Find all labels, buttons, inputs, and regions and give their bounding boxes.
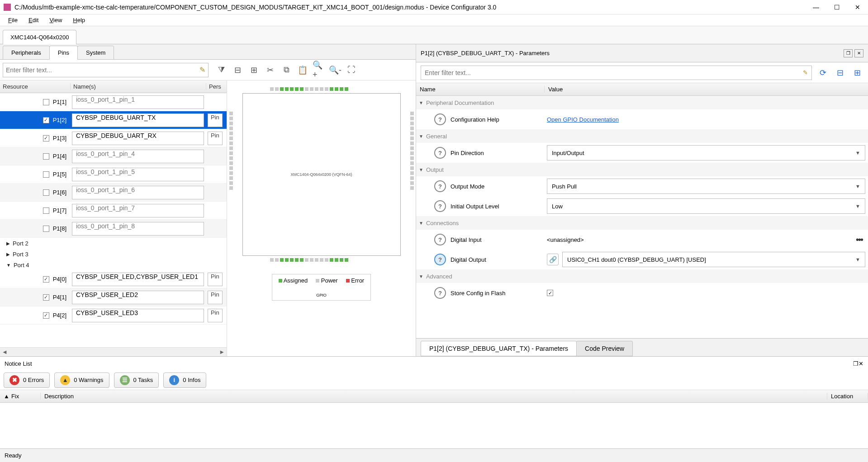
refresh-icon[interactable]: ⟳ [816, 66, 829, 79]
h-scrollbar[interactable]: ◄► [0, 347, 227, 356]
pin-name-input[interactable]: ioss_0_port_1_pin_8 [72, 222, 204, 236]
personality-button[interactable]: Pin [208, 309, 223, 322]
resource-body[interactable]: P1[1]ioss_0_port_1_pin_1✓P1[2]CYBSP_DEBU… [0, 93, 227, 347]
pin-row[interactable]: ✓P4[0]CYBSP_USER_LED,CYBSP_USER_LED1Pin [0, 270, 227, 288]
help-icon[interactable]: ? [434, 200, 446, 212]
pin-enable-checkbox[interactable]: ✓ [43, 135, 49, 141]
device-tab[interactable]: XMC1404-Q064x0200 [3, 30, 76, 44]
help-icon[interactable]: ? [434, 234, 446, 245]
personality-button[interactable]: Pin [208, 273, 223, 286]
restore-pane-icon[interactable]: ❐ [844, 49, 853, 57]
pin-enable-checkbox[interactable] [43, 171, 49, 178]
restore-notice-icon[interactable]: ❐ [853, 360, 859, 367]
param-hdr-value[interactable]: Value [544, 86, 868, 93]
copy-icon[interactable]: ⧉ [280, 64, 293, 76]
minimize-button[interactable]: — [806, 0, 826, 14]
notice-list-area[interactable] [0, 403, 868, 448]
cut-icon[interactable]: ✂ [264, 64, 276, 76]
pin-row[interactable]: P1[8]ioss_0_port_1_pin_8 [0, 220, 227, 238]
pin-enable-checkbox[interactable] [43, 189, 49, 196]
pin-name-input[interactable]: ioss_0_port_1_pin_6 [72, 186, 204, 199]
maximize-button[interactable]: ☐ [826, 0, 847, 14]
pin-name-input[interactable]: ioss_0_port_1_pin_7 [72, 204, 204, 217]
tab-code-preview[interactable]: Code Preview [576, 341, 633, 356]
pin-row[interactable]: P1[4]ioss_0_port_1_pin_4 [0, 147, 227, 165]
group-output[interactable]: ▼Output [416, 163, 868, 176]
menu-edit[interactable]: Edit [24, 16, 43, 24]
pin-row[interactable]: P1[5]ioss_0_port_1_pin_5 [0, 165, 227, 184]
pin-enable-checkbox[interactable] [43, 207, 49, 214]
pin-name-input[interactable]: CYBSP_DEBUG_UART_TX [72, 113, 204, 127]
expand-all-icon[interactable]: ⊞ [247, 64, 260, 76]
output-mode-combo[interactable]: Push Pull▼ [547, 179, 865, 194]
close-notice-icon[interactable]: ✕ [859, 360, 863, 367]
personality-button[interactable]: Pin [208, 113, 223, 127]
zoom-out-icon[interactable]: 🔍- [329, 64, 342, 76]
open-gpio-doc-link[interactable]: Open GPIO Documentation [547, 116, 619, 123]
warnings-button[interactable]: ▲0 Warnings [54, 372, 109, 388]
clear-right-filter-icon[interactable]: ✎ [803, 69, 808, 76]
filter-icon[interactable]: ⧩ [215, 64, 228, 76]
right-filter-input[interactable] [425, 69, 803, 76]
tab-peripherals[interactable]: Peripherals [3, 46, 50, 60]
col-fix[interactable]: ▲Fix [0, 393, 41, 400]
pin-enable-checkbox[interactable] [43, 99, 49, 105]
pin-enable-checkbox[interactable]: ✓ [43, 294, 49, 301]
group-documentation[interactable]: ▼Peripheral Documentation [416, 96, 868, 109]
clear-filter-icon[interactable]: ✎ [199, 66, 205, 74]
digital-output-combo[interactable]: USIC0_CH1 dout0 (CYBSP_DEBUG_UART) [USED… [562, 252, 865, 267]
pin-row[interactable]: P1[1]ioss_0_port_1_pin_1 [0, 93, 227, 111]
group-connections[interactable]: ▼Connections [416, 216, 868, 230]
group-advanced[interactable]: ▼Advanced [416, 269, 868, 283]
menu-help[interactable]: Help [68, 16, 90, 24]
pin-row[interactable]: P1[7]ioss_0_port_1_pin_7 [0, 202, 227, 220]
zoom-in-icon[interactable]: 🔍+ [313, 64, 325, 76]
expand-params-icon[interactable]: ⊞ [851, 66, 863, 79]
help-icon[interactable]: ? [434, 254, 446, 265]
pin-row[interactable]: P1[6]ioss_0_port_1_pin_6 [0, 184, 227, 202]
group-general[interactable]: ▼General [416, 129, 868, 143]
left-filter-input-wrap[interactable]: ✎ [3, 63, 209, 77]
help-icon[interactable]: ? [434, 113, 446, 125]
port-group[interactable]: ▼Port 4 [0, 259, 227, 270]
pin-name-input[interactable]: ioss_0_port_1_pin_4 [72, 150, 204, 163]
collapse-all-icon[interactable]: ⊟ [231, 64, 244, 76]
close-pane-icon[interactable]: ✕ [854, 49, 863, 57]
help-icon[interactable]: ? [434, 147, 446, 159]
help-icon[interactable]: ? [434, 180, 446, 192]
tab-parameters-bottom[interactable]: P1[2] (CYBSP_DEBUG_UART_TX) - Parameters [421, 341, 577, 356]
paste-icon[interactable]: 📋 [296, 64, 309, 76]
personality-button[interactable]: Pin [208, 132, 223, 145]
hdr-personality[interactable]: Pers [206, 83, 227, 90]
menu-file[interactable]: File [4, 16, 22, 24]
right-filter-input-wrap[interactable]: ✎ [421, 66, 812, 80]
store-config-checkbox[interactable]: ✓ [547, 290, 553, 296]
package-drawing[interactable]: XMC1404-Q064x0200 (VQFN-64) [242, 93, 401, 256]
pin-row[interactable]: ✓P1[2]CYBSP_DEBUG_UART_TXPin [0, 111, 227, 129]
pin-enable-checkbox[interactable]: ✓ [43, 276, 49, 283]
col-description[interactable]: Description [41, 393, 827, 400]
left-filter-input[interactable] [6, 66, 199, 74]
digital-input-value[interactable]: <unassigned> [547, 236, 852, 243]
pin-name-input[interactable]: CYBSP_USER_LED,CYBSP_USER_LED1 [72, 273, 204, 286]
pin-name-input[interactable]: ioss_0_port_1_pin_5 [72, 168, 204, 181]
close-button[interactable]: ✕ [847, 0, 868, 14]
help-icon[interactable]: ? [434, 287, 446, 299]
pin-row[interactable]: ✓P4[2]CYBSP_USER_LED3Pin [0, 306, 227, 325]
tab-pins[interactable]: Pins [49, 46, 78, 60]
pin-name-input[interactable]: ioss_0_port_1_pin_1 [72, 95, 204, 109]
pin-enable-checkbox[interactable] [43, 153, 49, 160]
pin-enable-checkbox[interactable]: ✓ [43, 312, 49, 319]
pin-name-input[interactable]: CYBSP_DEBUG_UART_RX [72, 132, 204, 145]
fit-icon[interactable]: ⛶ [345, 64, 358, 76]
pin-enable-checkbox[interactable]: ✓ [43, 117, 49, 123]
port-group[interactable]: ▶Port 3 [0, 249, 227, 259]
initial-level-combo[interactable]: Low▼ [547, 198, 865, 214]
tasks-button[interactable]: ☰0 Tasks [114, 372, 159, 388]
digital-input-more-icon[interactable]: ••• [856, 235, 865, 245]
pin-name-input[interactable]: CYBSP_USER_LED3 [72, 309, 204, 322]
hdr-names[interactable]: Name(s) [70, 83, 206, 90]
pin-name-input[interactable]: CYBSP_USER_LED2 [72, 291, 204, 304]
port-group[interactable]: ▶Port 2 [0, 238, 227, 249]
collapse-params-icon[interactable]: ⊟ [834, 66, 846, 79]
